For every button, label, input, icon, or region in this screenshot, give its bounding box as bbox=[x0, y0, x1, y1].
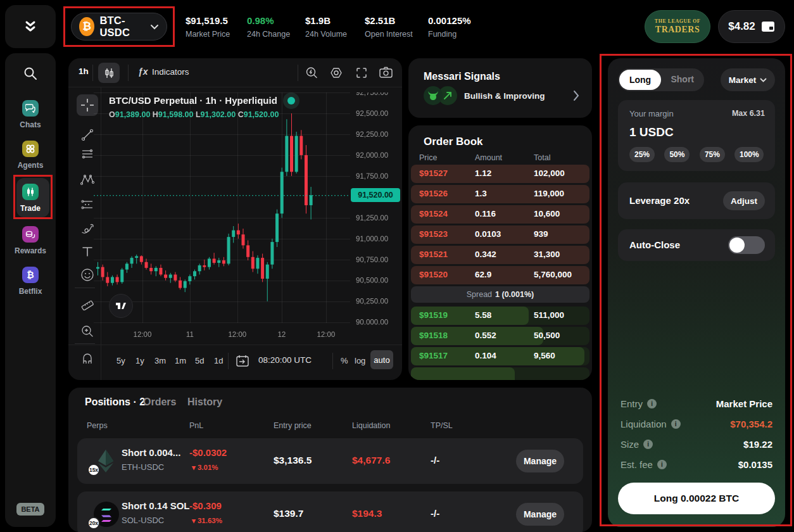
side-selector: Long Short bbox=[618, 68, 704, 91]
entry-value: Market Price bbox=[716, 398, 772, 409]
leverage-card: Leverage 20x Adjust bbox=[618, 182, 775, 219]
tab-positions[interactable]: Positions · 2 bbox=[85, 396, 145, 408]
range-1d[interactable]: 1d bbox=[214, 356, 223, 365]
ask-row[interactable]: $91524 0.116 10,600 bbox=[411, 205, 589, 224]
tab-orders[interactable]: Orders bbox=[143, 396, 176, 408]
fx-icon[interactable]: ƒx bbox=[138, 66, 148, 77]
bid-price: $91518 bbox=[419, 331, 448, 340]
chip-75[interactable]: 75% bbox=[700, 147, 725, 162]
position-pair: ETH-USDC bbox=[122, 462, 164, 472]
wallet-balance: $4.82 bbox=[728, 20, 755, 33]
chats-icon bbox=[22, 100, 39, 117]
column-header-total: Total bbox=[534, 153, 550, 162]
tab-history[interactable]: History bbox=[187, 396, 222, 408]
bid-row[interactable]: $91517 0.104 9,560 bbox=[411, 347, 589, 365]
manage-button[interactable]: Manage bbox=[516, 503, 564, 526]
position-row-eth[interactable]: 15x Short 0.004... ETH-USDC -$0.0302 ▾ 3… bbox=[77, 438, 583, 484]
info-icon[interactable]: i bbox=[657, 460, 667, 469]
tradingview-logo[interactable] bbox=[109, 294, 133, 318]
margin-card: Your margin Max 6.31 1 USDC 25% 50% 75% … bbox=[618, 100, 775, 171]
short-tab[interactable]: Short bbox=[671, 74, 694, 84]
leverage-badge: 20x bbox=[87, 517, 100, 529]
ask-row[interactable]: $91523 0.0103 939 bbox=[411, 225, 589, 244]
range-5d[interactable]: 5d bbox=[195, 356, 204, 365]
long-tab[interactable]: Long bbox=[619, 70, 661, 90]
order-type-dropdown[interactable]: Market bbox=[721, 68, 775, 91]
scale-log-button[interactable]: log bbox=[355, 356, 365, 365]
range-5y[interactable]: 5y bbox=[117, 356, 125, 365]
bid-row[interactable]: $91519 5.58 511,000 bbox=[411, 307, 589, 325]
sidebar-item-label: Agents bbox=[18, 161, 44, 170]
sidebar-item-rewards[interactable]: Rewards bbox=[5, 226, 56, 255]
range-3m[interactable]: 3m bbox=[154, 356, 166, 365]
column-header-liquidation: Liquidation bbox=[352, 421, 390, 430]
chart-ohlc: O91,389.00 H91,598.00 L91,302.00 C91,520… bbox=[109, 110, 279, 119]
info-icon[interactable]: i bbox=[671, 419, 681, 429]
ohlc-o-label: O bbox=[109, 110, 115, 119]
column-header-entry-price: Entry price bbox=[274, 421, 312, 430]
bid-row[interactable]: $91518 0.552 50,500 bbox=[411, 327, 589, 345]
stat-label: 24h Change bbox=[247, 30, 290, 39]
ask-row[interactable]: $91521 0.342 31,300 bbox=[411, 246, 589, 264]
info-icon[interactable]: i bbox=[647, 399, 657, 408]
wallet-button[interactable]: $4.82 bbox=[718, 10, 785, 43]
bid-amount: 0.552 bbox=[475, 331, 496, 340]
league-of-traders-badge[interactable]: THE LEAGUE OF TRADERS bbox=[645, 10, 710, 43]
clock-utc[interactable]: 08:20:00 UTC bbox=[258, 355, 312, 365]
app-logo[interactable] bbox=[5, 5, 56, 48]
positions-panel: Positions · 2 Orders History Perps PnL E… bbox=[68, 388, 592, 532]
info-icon[interactable]: i bbox=[643, 440, 653, 449]
stat-24h-volume: $1.9B 24h Volume bbox=[305, 15, 347, 39]
margin-amount-input[interactable]: 1 USDC bbox=[629, 125, 674, 139]
bid-price: $91517 bbox=[419, 351, 448, 360]
chevron-down-icon bbox=[760, 78, 767, 82]
price-chart-canvas[interactable] bbox=[94, 92, 399, 339]
chevron-right-icon[interactable] bbox=[573, 90, 579, 101]
messari-signals-panel[interactable]: Messari Signals Bullish & Improving bbox=[408, 58, 592, 118]
summary-entry: Entryi Market Price bbox=[621, 398, 772, 411]
quick-alert-icon[interactable] bbox=[305, 66, 318, 79]
sidebar-item-label: Rewards bbox=[15, 246, 46, 255]
auto-close-toggle[interactable] bbox=[728, 236, 765, 254]
chip-100[interactable]: 100% bbox=[734, 147, 764, 162]
betflix-icon: ₿ bbox=[22, 267, 39, 283]
ask-total: 939 bbox=[534, 229, 548, 239]
chip-25[interactable]: 25% bbox=[629, 147, 655, 162]
column-header-perps: Perps bbox=[87, 421, 108, 430]
sidebar-item-betflix[interactable]: ₿ Betflix bbox=[5, 267, 56, 296]
wallet-icon bbox=[761, 21, 775, 32]
adjust-leverage-button[interactable]: Adjust bbox=[723, 191, 765, 210]
range-1y[interactable]: 1y bbox=[135, 356, 144, 365]
fullscreen-icon[interactable] bbox=[355, 66, 368, 79]
margin-max[interactable]: Max 6.31 bbox=[732, 109, 765, 118]
stat-market-price: $91,519.5 Market Price bbox=[186, 15, 230, 39]
scale-percent-button[interactable]: % bbox=[341, 356, 348, 365]
position-pnl-pct: ▾ 31.63% bbox=[192, 516, 222, 525]
position-row-sol[interactable]: 20x Short 0.14 SOL SOL-USDC -$0.309 ▾ 31… bbox=[77, 491, 583, 532]
range-1m[interactable]: 1m bbox=[175, 356, 186, 365]
scale-auto-button[interactable]: auto bbox=[370, 350, 393, 369]
indicators-button[interactable]: Indicators bbox=[152, 67, 189, 77]
sidebar-item-trade[interactable]: Trade bbox=[5, 184, 56, 213]
interval-button[interactable]: 1h bbox=[79, 66, 89, 76]
position-title: Short 0.14 SOL bbox=[122, 500, 190, 511]
sidebar-search[interactable] bbox=[5, 66, 56, 81]
ask-row[interactable]: $91526 1.3 119,000 bbox=[411, 185, 589, 203]
messari-title: Messari Signals bbox=[424, 71, 500, 82]
go-to-date-icon[interactable] bbox=[236, 354, 249, 368]
pair-selector[interactable]: ₿ BTC-USDC bbox=[71, 13, 167, 41]
candle-style-button[interactable] bbox=[98, 63, 120, 83]
liquidation-label: Liquidation bbox=[621, 419, 667, 429]
sidebar-item-agents[interactable]: Agents bbox=[5, 141, 56, 170]
settings-icon[interactable] bbox=[330, 66, 343, 79]
summary-size: Sizei $19.22 bbox=[621, 439, 772, 452]
manage-button[interactable]: Manage bbox=[516, 450, 564, 472]
ask-row[interactable]: $91527 1.12 102,000 bbox=[411, 165, 589, 183]
order-book-rows: $91527 1.12 102,000 $91526 1.3 119,000 $… bbox=[411, 165, 589, 380]
sidebar-item-chats[interactable]: Chats bbox=[5, 100, 56, 129]
bid-amount: 0.104 bbox=[475, 351, 496, 360]
chip-50[interactable]: 50% bbox=[664, 147, 690, 162]
ask-row[interactable]: $91520 62.9 5,760,000 bbox=[411, 266, 589, 284]
submit-order-button[interactable]: Long 0.00022 BTC bbox=[618, 483, 775, 514]
snapshot-camera-icon[interactable] bbox=[379, 66, 393, 78]
